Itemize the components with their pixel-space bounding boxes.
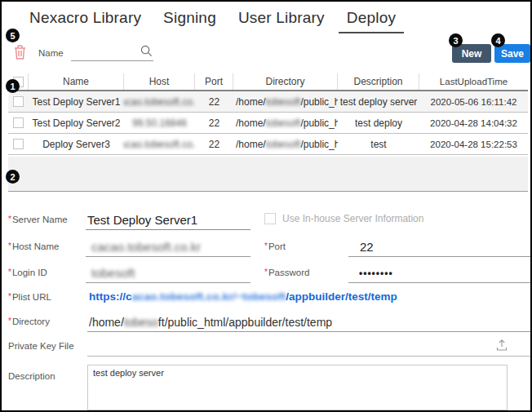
table-row[interactable]: Deploy Server3 cacao.tobesoft.co.kr 22 /…: [8, 134, 528, 155]
description-textarea[interactable]: test deploy server: [87, 365, 508, 410]
cell-directory: /home/tobesoft/public_ht: [233, 91, 338, 112]
cell-directory: /home/tobesoft/public_ht: [233, 113, 338, 133]
cell-port: 22: [195, 134, 233, 154]
tab-bar: Nexacro Library Signing User Library Dep…: [29, 7, 396, 33]
search-field: [71, 42, 153, 61]
cell-host: cacao.tobesoft.co.kr: [124, 134, 195, 154]
callout-3: 3: [449, 33, 463, 47]
private-key-label: Private Key File: [8, 341, 74, 351]
cell-host: 99.50.16846: [124, 113, 195, 133]
password-label: *Password: [264, 268, 309, 277]
form-row-description: Description test deploy server: [2, 363, 532, 412]
upload-icon: [495, 342, 508, 354]
callout-1: 1: [6, 79, 20, 93]
search-input[interactable]: [71, 42, 138, 60]
deploy-server-table: Name Host Port Directory Description Las…: [8, 73, 528, 155]
tab-nexacro-library[interactable]: Nexacro Library: [29, 7, 141, 33]
port-input[interactable]: [348, 237, 530, 257]
inhouse-checkbox-label: Use In-house Server Information: [282, 213, 423, 224]
form-row-host-port: *Host Name cacao.tobesoft.co.kr *Port: [2, 237, 532, 259]
port-label: *Port: [264, 241, 286, 251]
cell-port: 22: [195, 113, 233, 133]
search-icon[interactable]: [140, 45, 153, 60]
directory-input[interactable]: /home/tobesoft/public_html/appbuilder/te…: [87, 312, 530, 332]
cell-description: test: [338, 134, 419, 154]
host-name-label: *Host Name: [8, 241, 59, 251]
form-row-directory: *Directory /home/tobesoft/public_html/ap…: [2, 312, 532, 334]
cell-directory: /home/tobesoft/public_ht: [233, 134, 338, 154]
col-header-host: Host: [124, 73, 195, 90]
form-row-plist-url: *Plist URL https://cacao.tobesoft.co.kr/…: [2, 288, 532, 309]
table-empty-area: [8, 157, 528, 192]
delete-button[interactable]: [12, 44, 27, 61]
password-input[interactable]: [348, 264, 530, 283]
description-label: Description: [8, 371, 55, 381]
cell-name: Deploy Server3: [29, 134, 124, 154]
host-name-input[interactable]: cacao.tobesoft.co.kr: [86, 237, 250, 257]
inhouse-checkbox-field: Use In-house Server Information: [264, 213, 423, 224]
plist-url-link[interactable]: https://cacao.tobesoft.co.kr/~tobesoft/a…: [89, 290, 397, 303]
cell-description: test deploy: [338, 113, 419, 133]
col-header-port: Port: [195, 73, 233, 90]
row-checkbox[interactable]: [13, 117, 24, 128]
directory-label: *Directory: [8, 317, 50, 326]
form-row-login-password: *Login ID tobesoft *Password: [2, 264, 532, 285]
form-row-private-key: Private Key File: [2, 337, 532, 358]
private-key-input[interactable]: [87, 337, 530, 357]
tab-signing[interactable]: Signing: [163, 7, 216, 33]
search-name-label: Name: [38, 48, 64, 58]
server-name-input[interactable]: [86, 210, 250, 230]
row-checkbox[interactable]: [13, 96, 24, 107]
callout-4: 4: [491, 33, 505, 47]
tab-user-library[interactable]: User Library: [238, 7, 325, 33]
table-row[interactable]: Test Deploy Server1 cacao.tobesoft.co.kr…: [8, 91, 528, 113]
cell-lastuploadtime: 2020-05-06 16:11:42: [419, 91, 528, 112]
trash-icon: [13, 51, 27, 63]
col-header-name: Name: [29, 73, 124, 90]
cell-port: 22: [195, 91, 233, 112]
login-id-input[interactable]: tobesoft: [86, 264, 250, 283]
cell-name: Test Deploy Server1: [29, 91, 124, 112]
col-header-lastuploadtime: LastUploadTime: [419, 73, 528, 90]
table-row[interactable]: Test Deploy Server2 99.50.16846 22 /home…: [8, 113, 528, 134]
callout-5: 5: [6, 29, 20, 42]
upload-file-button[interactable]: [494, 338, 510, 354]
inhouse-checkbox[interactable]: [264, 213, 276, 224]
row-checkbox[interactable]: [13, 139, 24, 149]
server-name-label: *Server Name: [8, 215, 68, 224]
plist-url-label: *Plist URL: [8, 292, 51, 302]
table-header-row: Name Host Port Directory Description Las…: [8, 73, 528, 91]
form-row-server-name: *Server Name Use In-house Server Informa…: [2, 210, 532, 232]
login-id-label: *Login ID: [8, 268, 47, 277]
cell-name: Test Deploy Server2: [29, 113, 124, 133]
cell-lastuploadtime: 2020-04-28 14:04:32: [419, 113, 528, 133]
deploy-settings-window: Nexacro Library Signing User Library Dep…: [0, 0, 532, 412]
cell-description: test deploy server: [338, 91, 419, 112]
callout-2: 2: [6, 170, 20, 184]
cell-lastuploadtime: 2020-04-28 15:22:53: [419, 134, 528, 154]
tab-deploy[interactable]: Deploy: [339, 7, 404, 33]
cell-host: cacao.tobesoft.co.kr: [124, 91, 195, 112]
col-header-directory: Directory: [233, 73, 338, 90]
col-header-description: Description: [338, 73, 419, 90]
